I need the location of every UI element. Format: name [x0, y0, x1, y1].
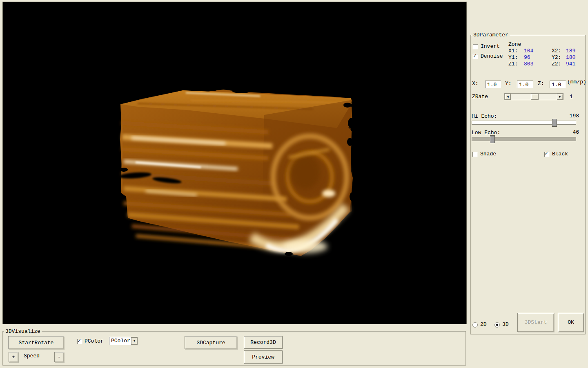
speed-minus-button[interactable]: - [54, 352, 64, 362]
zone-x2-value: 189 [566, 48, 575, 54]
denoise-checkbox[interactable]: ✓ [473, 54, 478, 59]
start-rotate-button[interactable]: StartRotate [8, 336, 64, 349]
zone-z1-label: Z1: [508, 61, 518, 67]
check-icon: ✓ [473, 53, 477, 58]
z-scale-label: Z: [538, 81, 544, 87]
chevron-down-icon: ▼ [134, 339, 135, 343]
pcolor-dropdown[interactable]: PColor ▼ [109, 337, 138, 345]
zrate-left-arrow-button[interactable]: ◄ [505, 94, 511, 100]
zone-y1-value: 96 [524, 55, 530, 61]
zone-y2-label: Y2: [552, 55, 561, 61]
x-scale-label: X: [472, 81, 479, 87]
pcolor-label: PColor [85, 339, 104, 344]
zrate-right-arrow-button[interactable]: ► [557, 94, 563, 100]
zone-label: Zone [508, 42, 521, 47]
check-icon: ✓ [545, 151, 548, 156]
scroll-right-icon: ► [559, 95, 561, 99]
black-checkbox[interactable]: ✓ [544, 152, 550, 157]
hi-echo-value: 198 [564, 113, 579, 119]
capture-3d-button[interactable]: 3DCapture [185, 336, 237, 349]
preview-button[interactable]: Preview [244, 350, 283, 364]
hi-echo-label: Hi Echo: [472, 114, 497, 119]
invert-checkbox[interactable] [473, 44, 478, 49]
zone-x2-label: X2: [552, 48, 561, 54]
ok-button[interactable]: OK [558, 313, 584, 332]
mode-2d-radio[interactable] [472, 322, 478, 328]
pcolor-checkbox[interactable]: ✓ [77, 339, 82, 344]
x-scale-input[interactable] [485, 81, 501, 88]
zrate-scrollbar[interactable]: ◄ ► [504, 93, 564, 100]
zone-y1-label: Y1: [508, 55, 518, 61]
hi-echo-slider-track[interactable] [472, 121, 576, 125]
denoise-label: Denoise [481, 54, 503, 59]
speed-label: Speed [24, 353, 40, 359]
mode-3d-radio[interactable] [494, 322, 500, 328]
record-3d-button[interactable]: Record3D [244, 336, 283, 349]
scroll-left-icon: ◄ [507, 95, 509, 99]
dropdown-button[interactable]: ▼ [131, 337, 138, 345]
shade-label: Shade [480, 151, 496, 157]
zone-z2-label: Z2: [552, 61, 561, 67]
z-scale-input[interactable] [550, 81, 566, 88]
low-echo-slider-thumb[interactable] [490, 135, 495, 143]
zone-z2-value: 941 [566, 61, 575, 67]
pcolor-dropdown-value: PColor [111, 338, 130, 344]
start-3d-button[interactable]: 3DStart [517, 313, 554, 332]
mode-2d-label: 2D [480, 322, 487, 328]
scale-unit-label: (mm/p) [567, 79, 586, 85]
zrate-thumb[interactable] [531, 94, 539, 100]
check-icon: ✓ [78, 338, 81, 343]
visualize-group-title: 3DVisualize [4, 329, 42, 334]
zone-z1-value: 803 [524, 61, 533, 67]
speed-plus-button[interactable]: + [9, 352, 18, 362]
black-label: Black [552, 151, 568, 157]
zone-x1-label: X1: [508, 48, 518, 54]
zrate-label: ZRate [472, 94, 488, 100]
low-echo-value: 46 [564, 130, 579, 135]
zrate-value: 1 [570, 94, 573, 100]
render-viewport[interactable] [2, 2, 467, 324]
y-scale-input[interactable] [517, 81, 533, 88]
y-scale-label: Y: [505, 81, 512, 87]
zone-y2-value: 180 [566, 55, 575, 61]
shade-checkbox[interactable] [472, 152, 478, 157]
parameter-group-title: 3DParameter [472, 32, 510, 38]
mode-3d-label: 3D [502, 322, 509, 328]
low-echo-label: Low Echo: [472, 130, 500, 136]
zone-x1-value: 104 [524, 48, 533, 54]
low-echo-slider-track[interactable] [472, 137, 576, 141]
hi-echo-slider-thumb[interactable] [552, 119, 557, 127]
volume-render-3d[interactable] [3, 2, 466, 324]
invert-label: Invert [481, 44, 500, 49]
